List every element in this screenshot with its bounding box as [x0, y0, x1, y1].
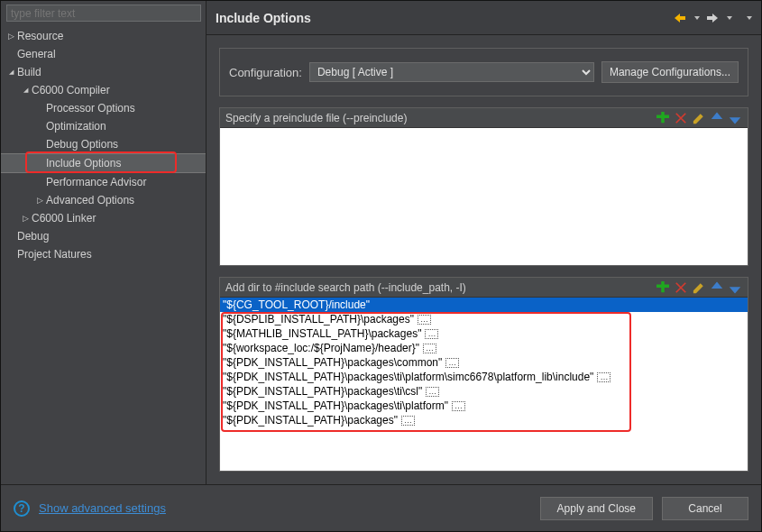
configuration-group: Configuration: Debug [ Active ] Manage C…	[219, 48, 748, 96]
browse-button[interactable]: …	[426, 387, 439, 397]
include-path-row[interactable]: "${PDK_INSTALL_PATH}\packages\ti\csl"…	[220, 384, 748, 399]
include-path-row[interactable]: "${MATHLIB_INSTALL_PATH}\packages"…	[220, 326, 748, 341]
tree-item-label: Debug Options	[46, 138, 118, 151]
include-path-row[interactable]: "${DSPLIB_INSTALL_PATH}\packages"…	[220, 312, 748, 326]
tree-item-optimization[interactable]: Optimization	[1, 117, 206, 135]
include-path-row[interactable]: "${PDK_INSTALL_PATH}\packages"…	[220, 413, 748, 427]
chevron-down-icon: ◢	[5, 66, 17, 78]
tree-item-project-natures[interactable]: Project Natures	[1, 245, 206, 263]
back-button[interactable]	[673, 13, 687, 23]
help-icon[interactable]: ?	[14, 500, 30, 517]
tree-item-performance-advisor[interactable]: Performance Advisor	[1, 173, 206, 191]
detail-header: Include Options	[207, 1, 761, 35]
browse-button[interactable]: …	[418, 315, 431, 325]
settings-tree-sidebar: ▷ResourceGeneral◢Build◢C6000 CompilerPro…	[1, 1, 207, 484]
show-advanced-settings-link[interactable]: Show advanced settings	[39, 501, 166, 515]
browse-button[interactable]: …	[597, 372, 611, 382]
include-path-row-text: "${CG_TOOL_ROOT}/include"	[223, 298, 370, 311]
tree-item-label: Project Natures	[17, 248, 92, 261]
tree-item-processor-options[interactable]: Processor Options	[1, 99, 206, 117]
dialog-footer: ? Show advanced settings Apply and Close…	[1, 484, 761, 531]
preinclude-move-down-button[interactable]	[728, 111, 742, 125]
configuration-label: Configuration:	[229, 66, 302, 79]
view-menu-dropdown[interactable]	[747, 16, 752, 20]
include-path-move-up-button[interactable]	[710, 280, 724, 295]
include-path-row[interactable]: "${workspace_loc:/${ProjName}/header}"…	[220, 341, 748, 355]
preinclude-list[interactable]	[220, 128, 748, 265]
include-path-row-text: "${PDK_INSTALL_PATH}\packages\ti\platfor…	[223, 371, 593, 383]
forward-button[interactable]	[705, 13, 720, 23]
page-title: Include Options	[216, 11, 673, 25]
settings-tree[interactable]: ▷ResourceGeneral◢Build◢C6000 CompilerPro…	[1, 25, 206, 484]
tree-item-c6000-compiler[interactable]: ◢C6000 Compiler	[1, 81, 206, 99]
preinclude-label: Specify a preinclude file (--preinclude)	[225, 112, 656, 124]
include-path-row-text: "${PDK_INSTALL_PATH}\packages\common"	[223, 356, 442, 369]
tree-item-debug-options[interactable]: Debug Options	[1, 135, 206, 153]
browse-button[interactable]: …	[445, 358, 459, 368]
include-path-row-text: "${workspace_loc:/${ProjName}/header}"	[223, 342, 419, 354]
include-path-row-text: "${PDK_INSTALL_PATH}\packages"	[223, 414, 398, 427]
include-path-group: Add dir to #include search path (--inclu…	[219, 277, 748, 472]
include-path-label: Add dir to #include search path (--inclu…	[225, 281, 656, 294]
tree-item-label: C6000 Compiler	[32, 84, 110, 96]
browse-button[interactable]: …	[452, 401, 465, 411]
manage-configurations-button[interactable]: Manage Configurations...	[601, 61, 739, 83]
svg-rect-1	[707, 16, 713, 20]
tree-item-label: Resource	[17, 30, 63, 42]
include-path-row-text: "${DSPLIB_INSTALL_PATH}\packages"	[223, 313, 414, 326]
browse-button[interactable]: …	[425, 329, 438, 339]
tree-item-label: Performance Advisor	[46, 176, 146, 188]
include-path-row[interactable]: "${PDK_INSTALL_PATH}\packages\ti\platfor…	[220, 370, 748, 384]
tree-item-include-options[interactable]: Include Options	[1, 153, 206, 173]
include-path-row-text: "${PDK_INSTALL_PATH}\packages\ti\platfor…	[223, 399, 448, 412]
tree-item-advanced-options[interactable]: ▷Advanced Options	[1, 191, 206, 209]
preinclude-move-up-button[interactable]	[710, 111, 724, 125]
tree-item-general[interactable]: General	[1, 45, 206, 63]
configuration-select[interactable]: Debug [ Active ]	[309, 62, 594, 82]
tree-item-resource[interactable]: ▷Resource	[1, 27, 206, 45]
forward-history-dropdown[interactable]	[727, 16, 732, 20]
include-path-add-button[interactable]	[656, 280, 670, 295]
tree-item-label: Debug	[17, 230, 49, 243]
include-path-move-down-button[interactable]	[728, 280, 742, 295]
include-path-row[interactable]: "${PDK_INSTALL_PATH}\packages\ti\platfor…	[220, 399, 748, 413]
tree-item-debug[interactable]: Debug	[1, 227, 206, 245]
cancel-button[interactable]: Cancel	[662, 497, 748, 520]
svg-rect-0	[679, 16, 685, 20]
include-path-list[interactable]: "${CG_TOOL_ROOT}/include""${DSPLIB_INSTA…	[220, 298, 748, 471]
preinclude-edit-button[interactable]	[692, 111, 706, 125]
include-path-edit-button[interactable]	[692, 280, 706, 295]
back-history-dropdown[interactable]	[694, 16, 700, 20]
settings-detail-panel: Include Options Configuration: Debug [ A…	[207, 1, 761, 484]
include-path-row[interactable]: "${PDK_INSTALL_PATH}\packages\common"…	[220, 355, 748, 370]
browse-button[interactable]: …	[401, 416, 415, 426]
tree-item-label: Include Options	[46, 157, 121, 170]
preinclude-add-button[interactable]	[656, 111, 670, 125]
tree-item-label: Processor Options	[46, 102, 135, 115]
chevron-right-icon: ▷	[19, 212, 32, 225]
preinclude-delete-button[interactable]	[674, 111, 688, 125]
chevron-down-icon: ◢	[19, 84, 32, 96]
tree-item-c6000-linker[interactable]: ▷C6000 Linker	[1, 209, 206, 227]
tree-item-label: C6000 Linker	[32, 212, 96, 225]
tree-filter-input[interactable]	[6, 5, 201, 22]
tree-item-label: Build	[17, 66, 41, 78]
preinclude-group: Specify a preinclude file (--preinclude)	[219, 107, 748, 266]
tree-item-label: General	[17, 48, 56, 60]
include-path-row-text: "${PDK_INSTALL_PATH}\packages\ti\csl"	[223, 385, 422, 398]
tree-item-label: Optimization	[46, 120, 106, 133]
chevron-right-icon: ▷	[5, 30, 17, 42]
tree-item-build[interactable]: ◢Build	[1, 63, 206, 81]
apply-and-close-button[interactable]: Apply and Close	[540, 497, 653, 520]
tree-item-label: Advanced Options	[46, 194, 134, 206]
chevron-right-icon: ▷	[33, 194, 46, 206]
include-path-row-text: "${MATHLIB_INSTALL_PATH}\packages"	[223, 327, 421, 340]
include-path-delete-button[interactable]	[674, 280, 688, 295]
browse-button[interactable]: …	[423, 344, 436, 353]
include-path-row[interactable]: "${CG_TOOL_ROOT}/include"	[220, 298, 748, 312]
